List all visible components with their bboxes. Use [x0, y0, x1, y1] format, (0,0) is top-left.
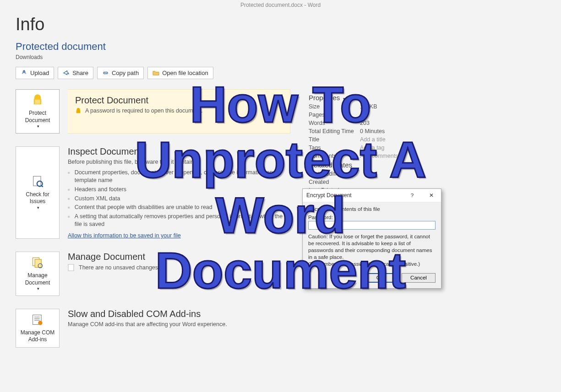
document-icon: [68, 264, 74, 271]
chevron-down-icon: ▾: [37, 286, 39, 292]
property-row: Words203: [309, 120, 446, 126]
manage-com-addins-button[interactable]: Manage COM Add-ins: [16, 309, 60, 348]
share-icon: [63, 70, 70, 76]
inspect-heading: Inspect Document: [68, 146, 290, 157]
manage-document-section: Manage Document▾ Manage Document There a…: [16, 252, 290, 296]
share-button[interactable]: Share: [58, 67, 93, 79]
document-path: Downloads: [16, 54, 545, 60]
property-row: Pages1: [309, 112, 446, 118]
manage-icon: [31, 256, 44, 269]
toolbar: Upload Share Copy path Open file locatio…: [16, 67, 545, 79]
encrypt-dialog: Encrypt Document ? ✕ Encrypt the content…: [302, 188, 441, 289]
property-row: Last Modified: [309, 171, 446, 177]
svg-point-8: [38, 321, 42, 325]
protect-document-button[interactable]: Protect Document▾: [16, 89, 60, 134]
cancel-button[interactable]: Cancel: [402, 273, 436, 283]
title-filename: Protected document.docx: [240, 2, 303, 8]
lock-small-icon: [75, 107, 82, 114]
related-dates-heading: Related Dates: [309, 161, 446, 169]
svg-rect-6: [68, 264, 74, 271]
protect-message: A password is required to open this docu…: [85, 107, 202, 114]
property-row: Created: [309, 179, 446, 185]
close-button[interactable]: ✕: [422, 189, 441, 202]
manage-heading: Manage Document: [68, 252, 290, 262]
upload-icon: [21, 70, 27, 76]
dialog-remember: (Remember that passwords are case-sensit…: [308, 261, 420, 267]
property-row: Size177KB: [309, 103, 446, 110]
inspect-items-list: Document properties, document server pro…: [68, 169, 290, 228]
password-label: Password:: [308, 215, 436, 220]
link-icon: [102, 70, 109, 76]
chevron-down-icon: ▾: [37, 124, 39, 129]
chevron-down-icon: ▾: [343, 97, 345, 101]
open-location-button[interactable]: Open file location: [147, 67, 213, 79]
folder-icon: [153, 70, 159, 76]
page-title: Info: [16, 15, 545, 34]
copy-path-button[interactable]: Copy path: [97, 67, 144, 79]
addins-heading: Slow and Disabled COM Add-ins: [68, 309, 290, 319]
inspect-icon: [31, 175, 44, 188]
inspect-item: Custom XML data: [68, 195, 290, 203]
upload-button[interactable]: Upload: [16, 67, 54, 79]
dialog-hint: Encrypt the contents of this file: [308, 206, 436, 212]
inspect-before-text: Before publishing this file, be aware th…: [68, 159, 290, 165]
title-app: Word: [308, 2, 321, 8]
dialog-warning: Caution: If you lose or forget the passw…: [308, 234, 432, 260]
password-input[interactable]: [308, 221, 436, 230]
document-title: Protected document: [16, 41, 545, 53]
allow-info-link[interactable]: Allow this information to be saved in yo…: [68, 232, 181, 239]
dialog-title: Encrypt Document: [303, 192, 403, 199]
property-row: CommentsAdd comments: [309, 153, 446, 159]
inspect-item: Content that people with disabilities ar…: [68, 204, 290, 211]
property-row: TagsAdd a tag: [309, 145, 446, 151]
addins-icon: [31, 313, 44, 327]
inspect-document-section: Check for Issues▾ Inspect Document Befor…: [16, 146, 290, 239]
manage-document-button[interactable]: Manage Document▾: [16, 252, 60, 296]
protect-document-section: Protect Document▾ Protect Document A pas…: [16, 89, 290, 134]
check-for-issues-button[interactable]: Check for Issues▾: [16, 146, 60, 239]
properties-heading[interactable]: Properties: [309, 94, 340, 102]
inspect-item: A setting that automatically removes pro…: [68, 213, 290, 228]
addins-line: Manage COM add-ins that are affecting yo…: [68, 321, 290, 328]
ok-button[interactable]: OK: [363, 273, 397, 283]
inspect-item: Document properties, document server pro…: [68, 169, 290, 184]
dialog-titlebar[interactable]: Encrypt Document ? ✕: [303, 189, 441, 202]
svg-rect-0: [35, 100, 40, 104]
property-row: TitleAdd a title: [309, 136, 446, 143]
lock-icon: [31, 93, 44, 107]
titlebar: Protected document.docx - Word: [0, 0, 561, 12]
inspect-item: Headers and footers: [68, 186, 290, 193]
property-row: Total Editing Time0 Minutes: [309, 128, 446, 134]
chevron-down-icon: ▾: [37, 205, 39, 211]
addins-section: Manage COM Add-ins Slow and Disabled COM…: [16, 309, 290, 348]
help-button[interactable]: ?: [403, 189, 422, 202]
manage-line-text: There are no unsaved changes.: [79, 264, 160, 271]
protect-heading: Protect Document: [75, 95, 283, 106]
